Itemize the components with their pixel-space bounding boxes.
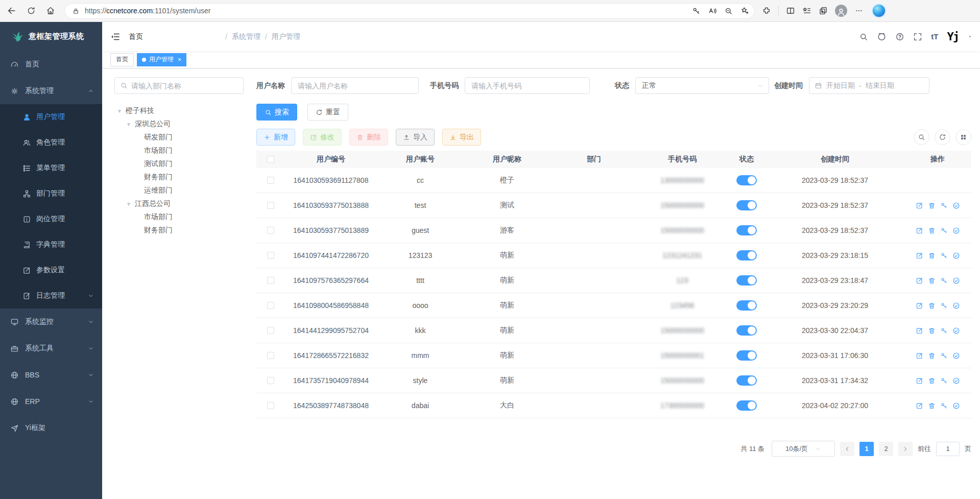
tree-node[interactable]: 测试部门 — [114, 157, 244, 171]
hide-search-button[interactable] — [914, 129, 929, 145]
add-button[interactable]: 新增 — [256, 129, 295, 146]
row-delete-icon[interactable] — [928, 352, 936, 360]
sidebar-item-dept-mgmt[interactable]: 部门管理 — [0, 181, 102, 206]
page-size-select[interactable]: 10条/页 — [772, 441, 835, 457]
browser-menu-icon[interactable] — [854, 6, 864, 15]
row-assign-role-icon[interactable] — [952, 402, 960, 410]
browser-refresh-icon[interactable] — [23, 3, 39, 18]
address-bar[interactable]: https://ccnetcore.com:1101/system/user — [64, 3, 755, 19]
row-assign-role-icon[interactable] — [952, 252, 960, 259]
import-button[interactable]: 导入 — [396, 129, 435, 146]
select-all-checkbox[interactable] — [267, 156, 274, 163]
search-button[interactable]: 搜索 — [256, 104, 297, 121]
zoom-out-icon[interactable] — [724, 7, 733, 15]
status-toggle[interactable] — [736, 225, 757, 235]
sidebar-item-user-mgmt[interactable]: 用户管理 — [0, 104, 102, 130]
refresh-table-button[interactable] — [935, 129, 950, 145]
app-logo[interactable]: 意框架管理系统 — [0, 22, 102, 51]
status-toggle[interactable] — [736, 400, 757, 411]
sidebar-item-yi-framework[interactable]: Yi框架 — [0, 415, 102, 441]
row-edit-icon[interactable] — [916, 402, 923, 410]
edit-button[interactable]: 修改 — [303, 129, 342, 146]
row-delete-icon[interactable] — [928, 402, 936, 410]
row-assign-role-icon[interactable] — [952, 202, 960, 209]
fullscreen-icon[interactable] — [913, 32, 922, 41]
export-button[interactable]: 导出 — [442, 129, 481, 146]
row-reset-password-icon[interactable] — [940, 302, 948, 310]
prev-page-button[interactable] — [840, 442, 854, 456]
add-favorite-icon[interactable] — [740, 6, 749, 15]
sidebar-item-erp[interactable]: ERP — [0, 388, 102, 415]
favorites-icon[interactable] — [802, 6, 811, 15]
row-reset-password-icon[interactable] — [940, 402, 948, 410]
delete-button[interactable]: 删除 — [349, 129, 388, 146]
row-assign-role-icon[interactable] — [952, 327, 960, 335]
split-screen-icon[interactable] — [786, 6, 795, 15]
breadcrumb-system[interactable]: 系统管理 — [232, 32, 260, 41]
row-edit-icon[interactable] — [916, 227, 923, 234]
row-reset-password-icon[interactable] — [940, 252, 948, 259]
dept-search-input[interactable] — [131, 82, 238, 90]
row-assign-role-icon[interactable] — [952, 352, 960, 360]
row-checkbox[interactable] — [267, 227, 274, 234]
row-checkbox[interactable] — [267, 302, 274, 309]
row-checkbox[interactable] — [267, 352, 274, 359]
status-toggle[interactable] — [736, 275, 757, 286]
goto-page-input[interactable] — [936, 442, 960, 456]
row-edit-icon[interactable] — [916, 202, 923, 209]
collections-icon[interactable] — [819, 6, 828, 15]
status-toggle[interactable] — [736, 325, 757, 336]
row-assign-role-icon[interactable] — [952, 302, 960, 310]
status-toggle[interactable] — [736, 200, 757, 210]
page-1-button[interactable]: 1 — [859, 442, 874, 456]
row-reset-password-icon[interactable] — [940, 352, 948, 360]
row-edit-icon[interactable] — [916, 352, 923, 360]
row-assign-role-icon[interactable] — [952, 277, 960, 284]
row-delete-icon[interactable] — [928, 377, 936, 385]
read-aloud-icon[interactable] — [708, 6, 717, 15]
row-checkbox[interactable] — [267, 202, 274, 209]
tree-node[interactable]: 市场部门 — [114, 210, 244, 224]
row-edit-icon[interactable] — [916, 277, 923, 284]
caret-down-icon[interactable]: ▼ — [126, 201, 132, 207]
row-delete-icon[interactable] — [928, 277, 936, 284]
sidebar-item-system[interactable]: 系统管理 — [0, 78, 102, 104]
text-size-icon[interactable]: tT — [931, 32, 938, 41]
sidebar-item-log-mgmt[interactable]: 日志管理 — [0, 283, 102, 308]
phone-input[interactable] — [465, 77, 590, 94]
close-tab-icon[interactable]: × — [178, 56, 181, 63]
help-icon[interactable] — [895, 32, 904, 41]
row-reset-password-icon[interactable] — [940, 327, 948, 335]
sidebar-item-menu-mgmt[interactable]: 菜单管理 — [0, 155, 102, 181]
tree-node[interactable]: 研发部门 — [114, 131, 244, 144]
sidebar-fold-icon[interactable] — [110, 32, 121, 42]
caret-down-icon[interactable]: ▼ — [116, 108, 123, 114]
user-avatar[interactable]: Yj — [947, 31, 959, 42]
tree-node[interactable]: ▼橙子科技 — [114, 104, 244, 117]
sidebar-item-bbs[interactable]: BBS — [0, 362, 102, 388]
avatar-caret-icon[interactable] — [967, 34, 973, 39]
tree-node[interactable]: 财务部门 — [114, 171, 244, 184]
password-key-icon[interactable] — [692, 7, 701, 15]
browser-back-icon[interactable] — [4, 3, 19, 18]
date-range-picker[interactable]: 开始日期 - 结束日期 — [809, 77, 929, 94]
row-checkbox[interactable] — [267, 177, 274, 184]
caret-down-icon[interactable]: ▼ — [126, 122, 132, 127]
row-reset-password-icon[interactable] — [940, 377, 948, 385]
row-assign-role-icon[interactable] — [952, 227, 960, 234]
row-delete-icon[interactable] — [928, 202, 936, 209]
next-page-button[interactable] — [898, 442, 913, 456]
browser-home-icon[interactable] — [43, 3, 58, 18]
sidebar-item-home[interactable]: 首页 — [0, 51, 102, 78]
tab-user-mgmt[interactable]: 用户管理 × — [137, 53, 186, 66]
row-delete-icon[interactable] — [928, 252, 936, 259]
tree-node[interactable]: ▼江西总公司 — [114, 197, 244, 210]
browser-profile-avatar[interactable] — [835, 5, 847, 17]
sidebar-item-post-mgmt[interactable]: 岗位管理 — [0, 206, 102, 232]
page-2-button[interactable]: 2 — [879, 442, 893, 456]
row-delete-icon[interactable] — [928, 327, 936, 335]
row-reset-password-icon[interactable] — [940, 227, 948, 234]
column-settings-button[interactable] — [955, 129, 971, 145]
row-edit-icon[interactable] — [916, 377, 923, 385]
row-delete-icon[interactable] — [928, 302, 936, 310]
